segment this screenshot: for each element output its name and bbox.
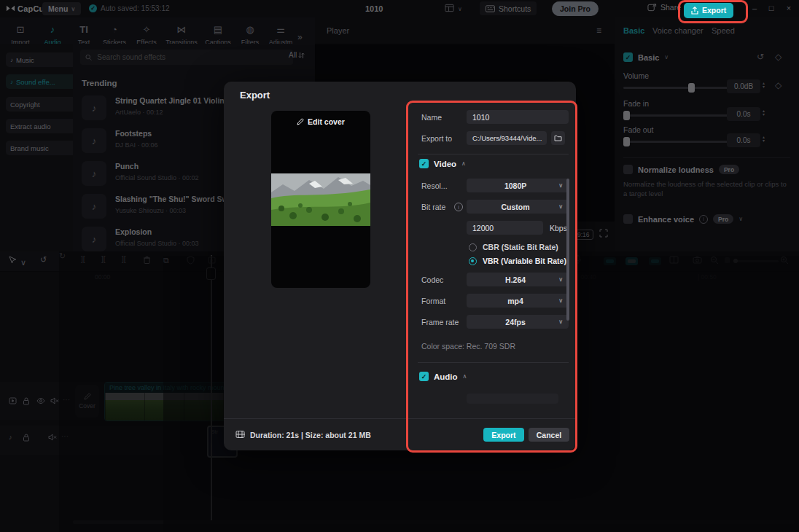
split-right-icon[interactable]: ][ <box>122 255 126 263</box>
zoom-out-icon[interactable] <box>710 256 719 265</box>
track-more-icon[interactable]: ··· <box>61 432 69 440</box>
tab-voice-changer[interactable]: Voice changer <box>652 26 703 35</box>
format-dropdown[interactable]: mp4 ∨ <box>467 294 569 308</box>
codec-dropdown[interactable]: H.264 ∨ <box>467 273 569 286</box>
undo-icon[interactable]: ↺ <box>40 255 47 265</box>
track-more-icon[interactable]: ··· <box>63 396 70 404</box>
video-checkbox[interactable]: ✓ <box>419 159 429 168</box>
share-button[interactable]: Share <box>647 3 681 12</box>
sidebar-item-sound-effects[interactable]: ♪Sound effe... <box>6 74 77 89</box>
more-tabs-chevron-icon[interactable]: » <box>297 32 303 42</box>
maximize-button[interactable]: □ <box>766 4 776 12</box>
frame-rate-dropdown[interactable]: 24fps ∨ <box>467 315 569 329</box>
preview-axis-toggle-icon[interactable] <box>649 257 661 265</box>
enhance-voice-row[interactable]: Enhance voice i Pro ∨ <box>623 214 743 224</box>
layout-grid-icon[interactable] <box>445 4 454 12</box>
collapse-caret-icon[interactable]: ∨ <box>664 54 669 60</box>
dialog-cancel-button[interactable]: Cancel <box>529 428 569 442</box>
lock-icon[interactable] <box>23 434 30 442</box>
volume-slider-thumb[interactable] <box>688 83 695 93</box>
basic-section-header[interactable]: ✓ Basic ∨ <box>623 52 669 62</box>
cover-preview[interactable]: Edit cover <box>271 111 370 288</box>
audio-checkbox[interactable]: ✓ <box>419 372 429 381</box>
cover-button[interactable]: Cover <box>75 385 99 418</box>
sidebar-item-brand-music[interactable]: Brand music <box>6 141 77 155</box>
collapse-caret-icon[interactable]: ∧ <box>463 373 467 380</box>
tab-stickers[interactable]: ◔Stickers <box>98 23 130 46</box>
volume-stepper[interactable]: ▴▾ <box>763 82 765 89</box>
lock-icon[interactable] <box>23 397 30 405</box>
sidebar-item-music[interactable]: ♪Music <box>6 52 77 67</box>
reset-icon[interactable]: ↺ <box>757 52 764 62</box>
minimize-button[interactable]: – <box>749 4 760 12</box>
basic-checkbox[interactable]: ✓ <box>623 52 633 62</box>
mute-speaker-icon[interactable] <box>48 434 57 441</box>
timeline-horizontal-scrollbar[interactable] <box>73 520 795 524</box>
fade-in-slider[interactable] <box>623 114 729 117</box>
export-path-input[interactable]: C:/Users/93444/Vide... <box>467 131 547 145</box>
volume-value[interactable]: 0.0dB <box>727 79 760 93</box>
tab-text[interactable]: TIText <box>68 23 100 46</box>
tab-effects[interactable]: ✧Effects <box>130 23 163 46</box>
search-input[interactable] <box>96 52 288 62</box>
aspect-ratio-badge[interactable]: 9:16 <box>574 230 593 240</box>
sidebar-item-copyright[interactable]: Copyright <box>6 97 77 112</box>
fade-in-value[interactable]: 0.0s <box>727 107 760 121</box>
fade-in-stepper[interactable]: ▴▾ <box>763 109 765 117</box>
bit-rate-value-input[interactable]: 12000 <box>467 221 543 235</box>
collapse-caret-icon[interactable]: ∧ <box>461 160 466 167</box>
eye-icon[interactable] <box>36 397 45 404</box>
export-button-top[interactable]: Export <box>684 3 733 18</box>
camera-icon[interactable] <box>693 256 702 264</box>
fade-out-slider[interactable] <box>623 141 729 143</box>
tab-import[interactable]: ⊡Import <box>4 23 36 46</box>
vbr-radio-row[interactable]: VBR (Variable Bit Rate) <box>469 257 566 265</box>
video-section-header[interactable]: ✓ Video ∧ <box>419 159 466 168</box>
browse-folder-button[interactable] <box>551 131 565 145</box>
fade-out-stepper[interactable]: ▴▾ <box>763 136 765 143</box>
frame-extract-icon[interactable]: P <box>208 256 217 265</box>
mask-shield-icon[interactable] <box>187 256 195 265</box>
tab-adjustment[interactable]: ⚌Adjustm <box>265 23 297 46</box>
vbr-radio[interactable] <box>469 257 477 265</box>
split-icon[interactable]: ][ <box>81 255 85 263</box>
audio-format-dropdown-partial[interactable] <box>467 394 558 404</box>
timeline-zoom-slider[interactable] <box>733 260 779 262</box>
close-button[interactable]: × <box>784 4 794 12</box>
playhead[interactable] <box>211 255 212 523</box>
bit-rate-dropdown[interactable]: Custom ∨ <box>467 200 569 214</box>
keyframe-diamond-icon[interactable]: ◇ <box>775 80 782 90</box>
split-view-icon[interactable] <box>669 256 679 264</box>
split-left-icon[interactable]: ][ <box>101 255 106 263</box>
level-toggle-icon[interactable] <box>724 257 731 264</box>
delete-icon[interactable] <box>143 256 151 265</box>
select-cursor-icon[interactable] <box>9 256 17 265</box>
tab-speed[interactable]: Speed <box>712 26 735 35</box>
enhance-checkbox[interactable] <box>623 214 633 224</box>
resolution-dropdown[interactable]: 1080P ∨ <box>467 179 569 192</box>
menu-button[interactable]: Menu∨ <box>42 2 81 15</box>
fade-out-value[interactable]: 0.0s <box>727 133 760 147</box>
playhead-handle[interactable] <box>206 267 216 280</box>
tab-audio[interactable]: ♪Audio <box>36 23 69 46</box>
cbr-radio[interactable] <box>469 243 477 251</box>
link-toggle-icon[interactable] <box>625 257 638 265</box>
edit-cover-button[interactable]: Edit cover <box>271 117 370 126</box>
tab-transitions[interactable]: ⋈Transitions <box>165 23 198 46</box>
player-menu-icon[interactable]: ≡ <box>596 26 601 36</box>
cursor-caret-icon[interactable]: ∨ <box>20 258 26 267</box>
expand-caret-icon[interactable]: ∨ <box>738 216 743 222</box>
tab-captions[interactable]: ▤Captions <box>202 23 234 46</box>
volume-slider[interactable] <box>623 87 729 89</box>
fullscreen-icon[interactable] <box>599 229 608 238</box>
normalize-loudness-row[interactable]: Normalize loudness Pro <box>623 165 739 174</box>
dialog-scrollbar[interactable] <box>566 179 569 321</box>
audio-section-header[interactable]: ✓ Audio ∧ <box>419 372 467 381</box>
keyframe-diamond-icon[interactable]: ◇ <box>775 52 782 62</box>
fade-in-slider-thumb[interactable] <box>623 111 630 120</box>
cbr-radio-row[interactable]: CBR (Static Bit Rate) <box>469 243 558 251</box>
sidebar-item-extract-audio[interactable]: Extract audio <box>6 119 77 133</box>
join-pro-button[interactable]: Join Pro <box>552 1 599 16</box>
fade-out-slider-thumb[interactable] <box>623 137 630 146</box>
tab-filters[interactable]: ◍Filters <box>234 23 266 46</box>
